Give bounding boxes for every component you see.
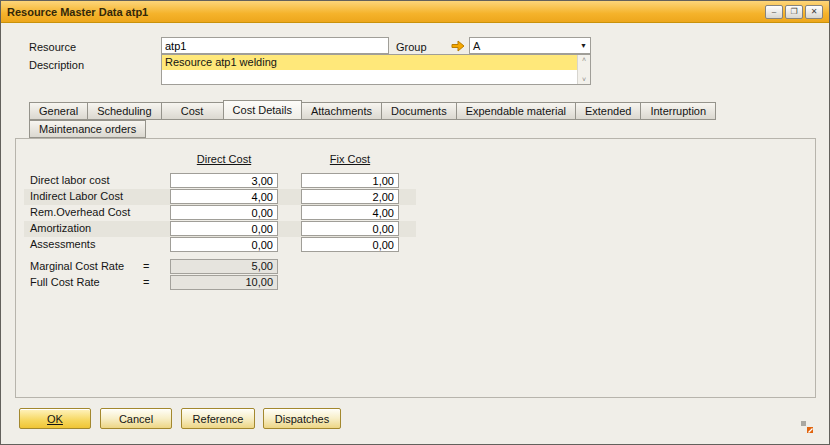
- direct-cost-header: Direct Cost: [170, 153, 278, 165]
- window-controls: – ❐ ✕: [765, 5, 823, 19]
- fix-cost-header: Fix Cost: [301, 153, 399, 165]
- minimize-icon: –: [772, 8, 776, 16]
- tab-strip-row2: Maintenance orders: [29, 120, 146, 138]
- marginal-cost-rate-value: 5,00: [170, 259, 278, 274]
- direct-cost-input[interactable]: [170, 221, 278, 236]
- ok-button[interactable]: OK: [19, 408, 91, 429]
- reference-button-label: Reference: [193, 413, 244, 425]
- cancel-button-label: Cancel: [119, 413, 153, 425]
- cost-row: Assessments: [24, 237, 416, 253]
- ok-button-label: OK: [47, 413, 63, 425]
- tab-extended[interactable]: Extended: [576, 102, 641, 120]
- cost-row: Indirect Labor Cost: [24, 189, 416, 205]
- close-button[interactable]: ✕: [805, 5, 823, 19]
- tab-scheduling[interactable]: Scheduling: [88, 102, 161, 120]
- cost-row: Rem.Overhead Cost: [24, 205, 416, 221]
- cost-row-label: Rem.Overhead Cost: [30, 206, 130, 218]
- cost-details-panel: Direct Cost Fix Cost Direct labor cost I…: [15, 138, 816, 398]
- cost-row-label: Indirect Labor Cost: [30, 190, 123, 202]
- titlebar[interactable]: Resource Master Data atp1 – ❐ ✕: [1, 1, 829, 23]
- resource-master-data-window: Resource Master Data atp1 – ❐ ✕ Resource…: [0, 0, 830, 445]
- resource-label: Resource: [29, 41, 76, 53]
- tab-cost[interactable]: Cost: [162, 102, 224, 120]
- direct-cost-input[interactable]: [170, 189, 278, 204]
- tab-strip: General Scheduling Cost Cost Details Att…: [29, 100, 716, 120]
- tab-general[interactable]: General: [29, 102, 88, 120]
- cost-row-label: Assessments: [30, 238, 95, 250]
- tab-expendable-material[interactable]: Expendable material: [457, 102, 576, 120]
- fix-cost-input[interactable]: [301, 221, 399, 236]
- group-value: A: [473, 40, 480, 52]
- summary-label: Marginal Cost Rate: [30, 260, 124, 272]
- cost-row: Amortization: [24, 221, 416, 237]
- form-resize-icon[interactable]: [800, 420, 814, 434]
- fix-cost-input[interactable]: [301, 205, 399, 220]
- window-title: Resource Master Data atp1: [7, 6, 148, 18]
- close-icon: ✕: [811, 8, 818, 16]
- description-value: Resource atp1 welding: [162, 55, 577, 70]
- tab-documents[interactable]: Documents: [382, 102, 457, 120]
- chevron-down-icon: ▼: [580, 42, 590, 49]
- cost-row: Direct labor cost: [24, 173, 416, 189]
- scroll-down-icon[interactable]: ˅: [582, 76, 586, 83]
- direct-cost-input[interactable]: [170, 173, 278, 188]
- tab-cost-details[interactable]: Cost Details: [223, 100, 302, 120]
- dispatches-button[interactable]: Dispatches: [263, 408, 341, 429]
- dispatches-button-label: Dispatches: [275, 413, 329, 425]
- resource-input[interactable]: [161, 37, 389, 54]
- tab-attachments[interactable]: Attachments: [302, 102, 382, 120]
- scroll-up-icon[interactable]: ˄: [582, 56, 586, 63]
- summary-row: Full Cost Rate = 10,00: [24, 275, 416, 291]
- tab-interruption[interactable]: Interruption: [641, 102, 716, 120]
- restore-button[interactable]: ❐: [785, 5, 803, 19]
- group-label: Group: [396, 41, 427, 53]
- group-select[interactable]: A ▼: [469, 37, 591, 54]
- direct-cost-input[interactable]: [170, 205, 278, 220]
- restore-icon: ❐: [790, 8, 797, 16]
- summary-label: Full Cost Rate: [30, 276, 100, 288]
- fix-cost-input[interactable]: [301, 189, 399, 204]
- summary-row: Marginal Cost Rate = 5,00: [24, 259, 416, 275]
- cost-row-label: Direct labor cost: [30, 174, 109, 186]
- link-arrow-icon[interactable]: [451, 40, 465, 52]
- cost-row-label: Amortization: [30, 222, 91, 234]
- fix-cost-input[interactable]: [301, 237, 399, 252]
- direct-cost-input[interactable]: [170, 237, 278, 252]
- minimize-button[interactable]: –: [765, 5, 783, 19]
- equals-sign: =: [143, 276, 149, 288]
- equals-sign: =: [143, 260, 149, 272]
- reference-button[interactable]: Reference: [181, 408, 255, 429]
- cancel-button[interactable]: Cancel: [100, 408, 172, 429]
- full-cost-rate-value: 10,00: [170, 275, 278, 290]
- description-label: Description: [29, 59, 84, 71]
- description-scrollbar: ˄ ˅: [577, 55, 590, 84]
- description-input[interactable]: Resource atp1 welding ˄ ˅: [161, 54, 591, 85]
- fix-cost-input[interactable]: [301, 173, 399, 188]
- tab-maintenance-orders[interactable]: Maintenance orders: [29, 120, 146, 138]
